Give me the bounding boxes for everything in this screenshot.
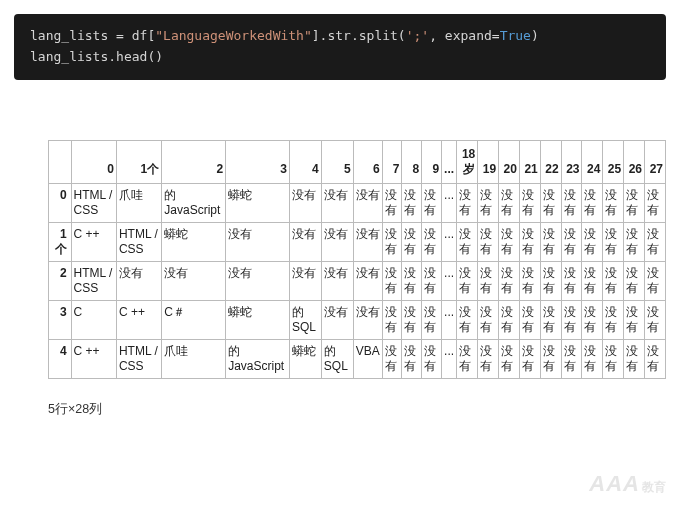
col-header: 1个 — [116, 140, 161, 183]
table-cell: 没有 — [321, 183, 353, 222]
table-cell: 没有 — [582, 183, 603, 222]
table-cell: 没有 — [382, 222, 402, 261]
table-cell: 没有 — [457, 261, 478, 300]
table-cell: 没有 — [402, 261, 422, 300]
table-cell: 没有 — [289, 183, 321, 222]
table-cell: 没有 — [478, 183, 499, 222]
table-row: 3CC ++C＃蟒蛇的SQL没有没有没有没有没有...没有没有没有没有没有没有没… — [49, 300, 666, 339]
col-header: 9 — [422, 140, 442, 183]
table-cell: 爪哇 — [162, 339, 226, 378]
table-cell: 没有 — [289, 222, 321, 261]
table-cell: 没有 — [561, 339, 582, 378]
col-header: 25 — [603, 140, 624, 183]
col-header: 19 — [478, 140, 499, 183]
table-cell: 没有 — [382, 300, 402, 339]
table-cell: 没有 — [603, 300, 624, 339]
table-cell: 没有 — [478, 300, 499, 339]
table-cell: 没有 — [499, 183, 520, 222]
table-cell: 没有 — [321, 261, 353, 300]
code-line: lang_lists.head() — [30, 49, 163, 64]
table-cell: 没有 — [561, 222, 582, 261]
table-cell: 没有 — [226, 222, 290, 261]
col-header: 24 — [582, 140, 603, 183]
code-segment: , expand= — [429, 28, 499, 43]
table-cell: HTML / CSS — [71, 261, 116, 300]
table-cell: 没有 — [321, 300, 353, 339]
table-cell: 没有 — [457, 183, 478, 222]
table-cell: 没有 — [603, 339, 624, 378]
shape-text: 5行×28列 — [48, 401, 680, 418]
table-row: 0HTML / CSS爪哇的JavaScript蟒蛇没有没有没有没有没有没有..… — [49, 183, 666, 222]
table-cell: 没有 — [499, 300, 520, 339]
table-cell: 没有 — [561, 261, 582, 300]
row-index: 0 — [49, 183, 72, 222]
table-cell: 没有 — [478, 261, 499, 300]
table-cell: 没有 — [624, 339, 645, 378]
col-header: 27 — [645, 140, 666, 183]
table-cell: 没有 — [422, 300, 442, 339]
table-cell: 没有 — [289, 261, 321, 300]
table-cell: 没有 — [382, 261, 402, 300]
table-cell: 没有 — [540, 300, 561, 339]
table-cell: C ++ — [116, 300, 161, 339]
table-cell: 没有 — [116, 261, 161, 300]
row-index: 1个 — [49, 222, 72, 261]
watermark-main: AAA — [589, 471, 640, 496]
table-cell: 没有 — [422, 222, 442, 261]
output-region: 0 1个 2 3 4 5 6 7 8 9 ... 18岁 19 20 21 22… — [48, 140, 666, 379]
col-header: 8 — [402, 140, 422, 183]
table-cell: 没有 — [582, 222, 603, 261]
table-cell: 没有 — [603, 222, 624, 261]
row-index: 3 — [49, 300, 72, 339]
col-header: 5 — [321, 140, 353, 183]
table-cell: C＃ — [162, 300, 226, 339]
table-cell: 没有 — [645, 261, 666, 300]
col-header: 22 — [540, 140, 561, 183]
table-cell: 没有 — [499, 222, 520, 261]
table-cell: 没有 — [353, 183, 382, 222]
table-cell: 的SQL — [289, 300, 321, 339]
col-header: 20 — [499, 140, 520, 183]
table-cell: 没有 — [353, 261, 382, 300]
col-header: 18岁 — [457, 140, 478, 183]
table-cell: 没有 — [457, 300, 478, 339]
table-cell: 蟒蛇 — [162, 222, 226, 261]
table-cell: 没有 — [582, 300, 603, 339]
table-cell: 没有 — [540, 339, 561, 378]
table-cell: 没有 — [353, 300, 382, 339]
table-cell: 没有 — [561, 183, 582, 222]
col-header: 21 — [519, 140, 540, 183]
table-cell: 没有 — [162, 261, 226, 300]
table-cell: 没有 — [582, 261, 603, 300]
col-header: 4 — [289, 140, 321, 183]
table-cell: 没有 — [519, 261, 540, 300]
table-cell: 没有 — [226, 261, 290, 300]
watermark: AAA教育 — [589, 471, 666, 497]
table-cell: 没有 — [624, 261, 645, 300]
table-cell: 没有 — [499, 261, 520, 300]
col-header: ... — [442, 140, 457, 183]
table-cell: 没有 — [540, 183, 561, 222]
table-row: 2HTML / CSS没有没有没有没有没有没有没有没有没有...没有没有没有没有… — [49, 261, 666, 300]
col-header: 3 — [226, 140, 290, 183]
table-cell: 没有 — [422, 339, 442, 378]
table-cell: C ++ — [71, 222, 116, 261]
dataframe-table: 0 1个 2 3 4 5 6 7 8 9 ... 18岁 19 20 21 22… — [48, 140, 666, 379]
table-cell: 没有 — [624, 300, 645, 339]
header-row: 0 1个 2 3 4 5 6 7 8 9 ... 18岁 19 20 21 22… — [49, 140, 666, 183]
col-header: 23 — [561, 140, 582, 183]
table-cell: 没有 — [478, 339, 499, 378]
table-cell: 爪哇 — [116, 183, 161, 222]
table-cell: 没有 — [603, 183, 624, 222]
table-cell: 没有 — [422, 183, 442, 222]
table-cell: 没有 — [519, 339, 540, 378]
table-cell: ... — [442, 339, 457, 378]
table-cell: 蟒蛇 — [226, 300, 290, 339]
table-cell: 没有 — [382, 183, 402, 222]
code-segment: lang_lists = df[ — [30, 28, 155, 43]
table-cell: 没有 — [402, 300, 422, 339]
table-cell: 没有 — [457, 339, 478, 378]
table-cell: HTML / CSS — [116, 222, 161, 261]
table-cell: 没有 — [457, 222, 478, 261]
col-header: 7 — [382, 140, 402, 183]
